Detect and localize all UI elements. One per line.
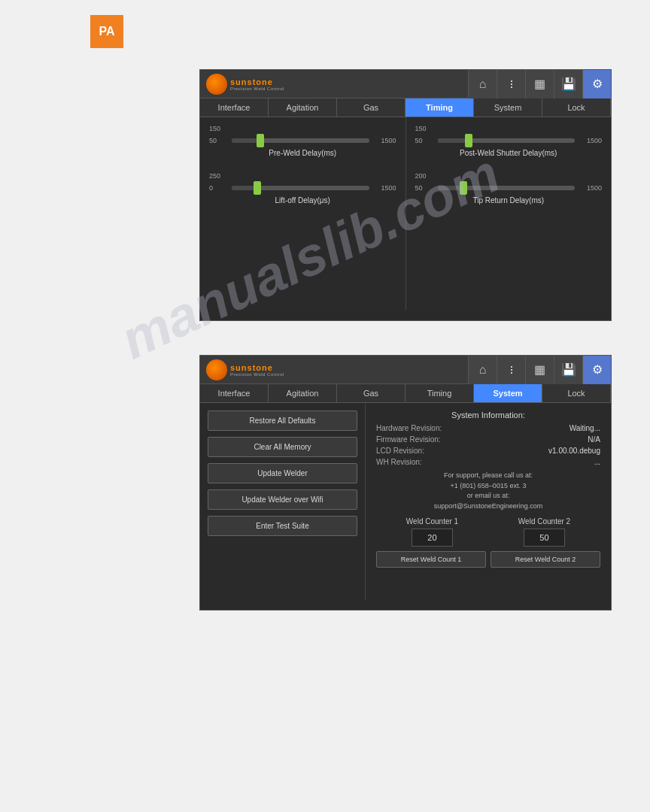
pa-badge: PA bbox=[90, 15, 123, 48]
tip-return-max: 1500 bbox=[579, 184, 602, 192]
system-sunstone-sub: Precision Weld Control bbox=[230, 372, 284, 377]
weld-counter-1-label: Weld Counter 1 bbox=[406, 517, 458, 526]
tab-interface[interactable]: Interface bbox=[200, 98, 269, 117]
post-weld-slider-row: 50 1500 bbox=[415, 137, 603, 144]
timing-tab-bar: Interface Agitation Gas Timing System Lo… bbox=[200, 98, 611, 117]
liftoff-fill bbox=[232, 186, 257, 190]
sys-tab-lock[interactable]: Lock bbox=[542, 384, 611, 402]
weld-counter-2-item: Weld Counter 2 50 bbox=[518, 517, 570, 547]
liftoff-slider-row: 0 1500 bbox=[209, 184, 396, 192]
reset-weld-count-2-button[interactable]: Reset Weld Count 2 bbox=[491, 551, 600, 568]
sunstone-logo-icon bbox=[206, 74, 227, 95]
system-right-panel: System Information: Hardware Revision: W… bbox=[366, 403, 611, 600]
pa-badge-text: PA bbox=[99, 25, 114, 38]
clear-memory-button[interactable]: Clear All Memory bbox=[208, 437, 357, 457]
gear-icon-btn[interactable]: ⚙ bbox=[582, 70, 611, 98]
sys-save-icon-btn[interactable]: 💾 bbox=[554, 356, 582, 384]
liftoff-label: Lift-off Delay(μs) bbox=[209, 196, 396, 205]
tab-timing[interactable]: Timing bbox=[405, 98, 474, 117]
restore-defaults-button[interactable]: Restore All Defaults bbox=[208, 411, 357, 431]
pre-weld-max: 1500 bbox=[374, 137, 396, 144]
tip-return-track[interactable] bbox=[438, 186, 576, 190]
lcd-revision-value: v1.00.00.debug bbox=[548, 447, 600, 455]
sys-sliders-icon-btn[interactable]: ⫶ bbox=[497, 356, 525, 384]
wh-revision-label: WH Revision: bbox=[376, 458, 422, 466]
lcd-revision-label: LCD Revision: bbox=[376, 447, 424, 455]
liftoff-delay-group: 250 0 1500 Lift-off Delay(μs) bbox=[209, 172, 396, 205]
weld-counter-section: Weld Counter 1 20 Weld Counter 2 50 Rese… bbox=[376, 517, 600, 568]
lcd-revision-row: LCD Revision: v1.00.00.debug bbox=[376, 447, 600, 455]
liftoff-max: 1500 bbox=[374, 184, 396, 192]
grid-icon-btn[interactable]: ▦ bbox=[525, 70, 554, 98]
firmware-revision-row: Firmware Revision: N/A bbox=[376, 435, 600, 444]
home-icon-btn[interactable]: ⌂ bbox=[468, 70, 497, 98]
firmware-revision-label: Firmware Revision: bbox=[376, 435, 441, 444]
weld-counter-2-value: 50 bbox=[524, 529, 565, 547]
sys-tab-interface[interactable]: Interface bbox=[200, 384, 269, 402]
sunstone-sub: Precision Weld Control bbox=[230, 86, 284, 91]
pre-weld-min: 50 bbox=[209, 137, 227, 144]
tip-return-label: Tip Return Delay(ms) bbox=[415, 196, 603, 205]
post-weld-min: 50 bbox=[415, 137, 433, 144]
tip-return-thumb[interactable] bbox=[460, 181, 467, 195]
sunstone-name: sunstone bbox=[230, 77, 284, 86]
update-welder-wifi-button[interactable]: Update Welder over Wifi bbox=[208, 489, 357, 510]
post-weld-fill bbox=[438, 138, 468, 143]
liftoff-thumb[interactable] bbox=[254, 181, 261, 195]
post-weld-delay-group: 150 50 1500 Post-Weld Shutter Delay(ms) bbox=[415, 125, 603, 157]
weld-reset-row: Reset Weld Count 1 Reset Weld Count 2 bbox=[376, 551, 600, 568]
system-panel: sunstone Precision Weld Control ⌂ ⫶ ▦ 💾 … bbox=[199, 355, 612, 611]
pre-weld-top-value: 150 bbox=[209, 125, 396, 132]
weld-counter-2-label: Weld Counter 2 bbox=[518, 517, 570, 526]
weld-counter-1-item: Weld Counter 1 20 bbox=[406, 517, 458, 547]
tip-return-top-value: 200 bbox=[415, 172, 603, 180]
liftoff-top-value: 250 bbox=[209, 172, 396, 180]
update-welder-button[interactable]: Update Welder bbox=[208, 463, 357, 483]
tab-system[interactable]: System bbox=[474, 98, 542, 117]
hardware-revision-label: Hardware Revision: bbox=[376, 424, 442, 432]
reset-weld-count-1-button[interactable]: Reset Weld Count 1 bbox=[376, 551, 486, 568]
timing-right-panel: 150 50 1500 Post-Weld Shutter Delay(ms) … bbox=[406, 117, 612, 311]
sys-tab-system[interactable]: System bbox=[474, 384, 542, 402]
timing-panel: sunstone Precision Weld Control ⌂ ⫶ ▦ 💾 … bbox=[199, 69, 612, 321]
timing-content: 150 50 1500 Pre-Weld Delay(ms) 250 0 bbox=[200, 117, 611, 311]
support-text: For support, please call us at: +1 (801)… bbox=[376, 471, 600, 511]
enter-test-suite-button[interactable]: Enter Test Suite bbox=[208, 516, 357, 536]
header-icons: ⌂ ⫶ ▦ 💾 ⚙ bbox=[468, 70, 611, 98]
sys-home-icon-btn[interactable]: ⌂ bbox=[468, 356, 497, 384]
save-icon-btn[interactable]: 💾 bbox=[554, 70, 582, 98]
sunstone-logo: sunstone Precision Weld Control bbox=[200, 74, 290, 95]
hardware-revision-row: Hardware Revision: Waiting... bbox=[376, 424, 600, 432]
pre-weld-fill bbox=[232, 138, 260, 143]
sys-tab-gas[interactable]: Gas bbox=[337, 384, 405, 402]
tab-agitation[interactable]: Agitation bbox=[269, 98, 337, 117]
sliders-icon-btn[interactable]: ⫶ bbox=[497, 70, 525, 98]
post-weld-thumb[interactable] bbox=[465, 134, 472, 147]
liftoff-min: 0 bbox=[209, 184, 227, 192]
system-sunstone-name: sunstone bbox=[230, 363, 284, 372]
liftoff-track[interactable] bbox=[232, 186, 369, 190]
tip-return-fill bbox=[438, 186, 463, 190]
pre-weld-thumb[interactable] bbox=[257, 134, 264, 147]
pre-weld-label: Pre-Weld Delay(ms) bbox=[209, 149, 396, 157]
weld-counter-1-value: 20 bbox=[412, 529, 453, 547]
post-weld-top-value: 150 bbox=[415, 125, 603, 132]
post-weld-label: Post-Weld Shutter Delay(ms) bbox=[415, 149, 603, 157]
tab-gas[interactable]: Gas bbox=[337, 98, 405, 117]
sys-grid-icon-btn[interactable]: ▦ bbox=[525, 356, 554, 384]
system-left-panel: Restore All Defaults Clear All Memory Up… bbox=[200, 403, 366, 600]
system-logo-icon bbox=[206, 359, 227, 380]
sys-gear-icon-btn[interactable]: ⚙ bbox=[582, 356, 611, 384]
pre-weld-track[interactable] bbox=[232, 138, 369, 143]
tab-lock[interactable]: Lock bbox=[542, 98, 611, 117]
sys-tab-agitation[interactable]: Agitation bbox=[269, 384, 337, 402]
hardware-revision-value: Waiting... bbox=[570, 424, 600, 432]
pre-weld-delay-group: 150 50 1500 Pre-Weld Delay(ms) bbox=[209, 125, 396, 157]
system-info-title: System Information: bbox=[376, 411, 600, 420]
post-weld-max: 1500 bbox=[579, 137, 602, 144]
wh-revision-row: WH Revision: ... bbox=[376, 458, 600, 466]
post-weld-track[interactable] bbox=[438, 138, 576, 143]
firmware-revision-value: N/A bbox=[588, 435, 600, 444]
tip-return-slider-row: 50 1500 bbox=[415, 184, 603, 192]
sys-tab-timing[interactable]: Timing bbox=[405, 384, 474, 402]
